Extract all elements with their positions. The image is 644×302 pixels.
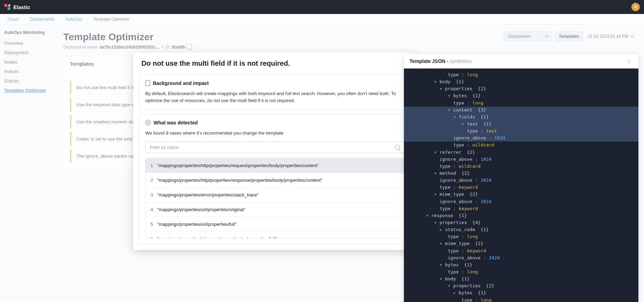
brand[interactable]: Elastic: [4, 4, 30, 10]
elastic-logo-icon: [4, 4, 10, 10]
avatar[interactable]: A: [631, 3, 640, 11]
json-flyout: Template JSON - synthetics type : long ▾…: [404, 54, 638, 302]
filter-input[interactable]: Filter by name: [145, 142, 404, 153]
download-icon[interactable]: [627, 58, 633, 64]
detected-subtitle: We found 9 cases where it's recommended …: [145, 130, 404, 137]
document-icon: [145, 80, 150, 86]
search-icon: [395, 145, 400, 150]
rule-modal: Do not use the multi field if it is not …: [133, 52, 416, 250]
detection-row[interactable]: 6"mappings/properties/observer/propertie…: [146, 232, 404, 238]
topbar: Elastic A: [0, 0, 644, 14]
gear-icon: [145, 120, 151, 125]
background-text: By default, Elasticsearch will create ma…: [145, 90, 404, 104]
flyout-title: Template JSON - synthetics: [410, 58, 471, 64]
detection-row[interactable]: 1"mappings/properties/http/properties/re…: [146, 158, 404, 173]
detection-list: 1"mappings/properties/http/properties/re…: [145, 158, 404, 238]
detection-row[interactable]: 5"mappings/properties/url/properties/ful…: [146, 217, 404, 232]
background-panel: Background and impact By default, Elasti…: [139, 74, 411, 110]
detection-row[interactable]: 2"mappings/properties/http/properties/re…: [146, 173, 404, 188]
detection-row[interactable]: 4"mappings/properties/url/properties/ori…: [146, 202, 404, 217]
detected-panel: What was detected We found 9 cases where…: [139, 114, 411, 244]
json-code-view[interactable]: type : long ▾ body {1} ▾ properties {2} …: [404, 69, 638, 302]
detection-row[interactable]: 3"mappings/properties/error/properties/s…: [146, 188, 404, 202]
brand-text: Elastic: [13, 4, 30, 10]
modal-title: Do not use the multi field if it is not …: [141, 59, 290, 67]
